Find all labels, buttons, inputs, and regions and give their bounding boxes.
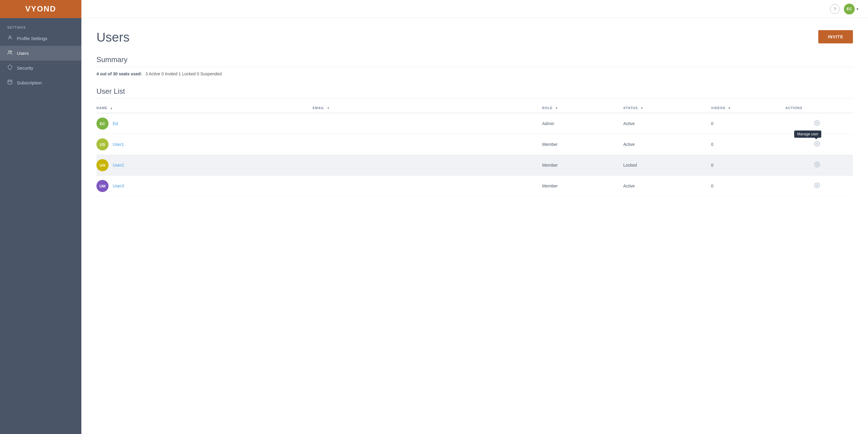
user-name-cell: UM User3 — [96, 176, 313, 196]
user-email-cell — [313, 155, 542, 176]
user-role-cell: Member — [542, 176, 623, 196]
user-role-cell: Member — [542, 134, 623, 155]
actions-wrapper — [813, 160, 821, 170]
sort-desc-icon: ▼ — [327, 106, 330, 110]
user-actions-cell: Manage user — [785, 134, 853, 155]
help-button[interactable]: ? — [830, 4, 840, 14]
people-icon — [7, 50, 13, 57]
manage-user-button[interactable] — [813, 160, 821, 170]
user-actions-cell — [785, 176, 853, 196]
user-status-cell: Active — [623, 176, 711, 196]
user-email-cell — [313, 176, 542, 196]
actions-wrapper — [813, 119, 821, 129]
sort-desc-icon: ▼ — [640, 106, 644, 110]
user-name-link[interactable]: Ed — [113, 121, 118, 126]
avatar: US — [96, 138, 108, 150]
svg-point-4 — [816, 122, 818, 124]
header-right: ? EC ▾ — [830, 4, 868, 14]
svg-point-2 — [10, 51, 12, 53]
col-header-role[interactable]: ROLE ▼ — [542, 103, 623, 113]
sidebar-item-label: Users — [17, 51, 29, 56]
user-videos-cell: 0 — [711, 176, 785, 196]
user-status-cell: Active — [623, 134, 711, 155]
sort-asc-icon: ▲ — [110, 106, 113, 110]
avatar: UH — [96, 159, 108, 171]
avatar: UM — [96, 180, 108, 192]
svg-point-7 — [816, 184, 818, 186]
user-name-cell: EC Ed — [96, 113, 313, 134]
user-name-cell: US User1 — [96, 134, 313, 155]
sidebar-item-label: Profile Settings — [17, 36, 47, 41]
logo: VYoND — [25, 4, 56, 13]
user-actions-cell — [785, 155, 853, 176]
sidebar: SETTINGS Profile Settings Users — [0, 18, 82, 434]
avatar: EC — [96, 118, 108, 130]
page-title: Users — [96, 30, 130, 44]
col-header-email[interactable]: EMAIL ▼ — [313, 103, 542, 113]
user-name-link[interactable]: User1 — [113, 142, 124, 147]
manage-user-button[interactable] — [813, 140, 821, 150]
table-row: UM User3 MemberActive0 — [96, 176, 853, 196]
sidebar-item-subscription[interactable]: Subscription — [0, 75, 82, 90]
user-videos-cell: 0 — [711, 155, 785, 176]
seats-used-label: 4 out of 30 seats used: — [96, 71, 142, 76]
svg-rect-3 — [8, 80, 12, 84]
user-status-cell: Active — [623, 113, 711, 134]
user-email-cell — [313, 113, 542, 134]
actions-wrapper: Manage user — [813, 140, 821, 150]
manage-user-button[interactable] — [813, 181, 821, 191]
avatar: EC — [844, 4, 855, 14]
user-name-link[interactable]: User2 — [113, 163, 124, 167]
person-icon — [7, 35, 13, 42]
user-list-title: User List — [96, 87, 853, 96]
svg-point-6 — [816, 164, 818, 165]
summary-stats-values: 3 Active 0 Invited 1 Locked 0 Suspended — [146, 71, 222, 76]
user-videos-cell: 0 — [711, 134, 785, 155]
gear-icon — [814, 141, 820, 147]
table-row: US User1 MemberActive0 Manage user — [96, 134, 853, 155]
sidebar-item-label: Security — [17, 65, 33, 70]
logo-area: VYoND — [0, 0, 82, 18]
user-list-section: User List NAME ▲ EMAIL ▼ ROLE ▼ — [96, 87, 853, 196]
user-videos-cell: 0 — [711, 113, 785, 134]
sidebar-item-profile-settings[interactable]: Profile Settings — [0, 31, 82, 46]
svg-point-1 — [8, 51, 10, 52]
user-actions-cell — [785, 113, 853, 134]
manage-user-button[interactable] — [813, 119, 821, 129]
invite-button[interactable]: INVITE — [818, 30, 853, 43]
gear-icon — [814, 182, 820, 188]
sidebar-item-security[interactable]: Security — [0, 61, 82, 75]
calendar-icon — [7, 79, 13, 86]
gear-icon — [814, 120, 820, 126]
user-status-cell: Locked — [623, 155, 711, 176]
layout: SETTINGS Profile Settings Users — [0, 18, 868, 434]
svg-point-5 — [816, 143, 818, 144]
col-header-status[interactable]: STATUS ▼ — [623, 103, 711, 113]
summary-title: Summary — [96, 56, 853, 64]
sidebar-item-label: Subscription — [17, 80, 42, 85]
top-header: VYoND ? EC ▾ — [0, 0, 868, 18]
table-row: EC Ed AdminActive0 — [96, 113, 853, 134]
user-role-cell: Admin — [542, 113, 623, 134]
col-header-name[interactable]: NAME ▲ — [96, 103, 313, 113]
sort-desc-icon: ▼ — [728, 106, 731, 110]
svg-point-0 — [9, 36, 11, 38]
main-content: Users INVITE Summary 4 out of 30 seats u… — [82, 18, 868, 434]
gear-icon — [814, 161, 820, 167]
sort-desc-icon: ▼ — [555, 106, 558, 110]
user-menu-button[interactable]: EC ▾ — [844, 4, 858, 14]
table-row: UH User2 MemberLocked0 — [96, 155, 853, 176]
user-name-cell: UH User2 — [96, 155, 313, 176]
user-email-cell — [313, 134, 542, 155]
help-icon: ? — [834, 6, 836, 11]
user-name-link[interactable]: User3 — [113, 184, 124, 188]
col-header-actions: ACTIONS — [785, 103, 853, 113]
user-role-cell: Member — [542, 155, 623, 176]
chevron-down-icon: ▾ — [857, 7, 858, 11]
col-header-videos[interactable]: VIDEOS ▼ — [711, 103, 785, 113]
shield-icon — [7, 64, 13, 71]
sidebar-section-label: SETTINGS — [0, 24, 82, 31]
user-list-divider — [96, 98, 853, 99]
actions-wrapper — [813, 181, 821, 191]
sidebar-item-users[interactable]: Users — [0, 46, 82, 61]
